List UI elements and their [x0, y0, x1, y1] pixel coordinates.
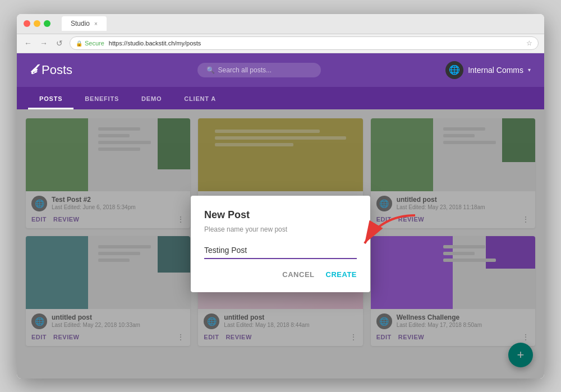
browser-tab[interactable]: Studio × [62, 16, 107, 31]
close-button[interactable] [24, 20, 30, 27]
search-placeholder: Search all posts... [218, 66, 272, 74]
tab-client-a[interactable]: CLIENT A [173, 90, 227, 109]
url-secure-label: Secure [85, 40, 104, 47]
red-arrow-indicator [359, 213, 421, 252]
maximize-button[interactable] [44, 20, 50, 27]
address-bar: ← → ↺ 🔒 Secure https://studio.backstit.c… [17, 34, 544, 53]
bookmark-icon[interactable]: ☆ [526, 39, 532, 47]
create-button[interactable]: CREATE [326, 270, 357, 279]
header-search: 🔍 Search all posts... [72, 63, 445, 77]
main-content: 🌐 Test Post #2 Last Edited: June 6, 2018… [17, 109, 544, 379]
app-content: 𝒷 Posts 🔍 Search all posts... 🌐 Internal… [17, 53, 544, 379]
modal-overlay: New Post Please name your new post CANCE… [17, 109, 544, 379]
minimize-button[interactable] [34, 20, 40, 27]
modal-title: New Post [204, 209, 357, 221]
new-post-modal: New Post Please name your new post CANCE… [191, 196, 370, 292]
cancel-button[interactable]: CANCEL [282, 270, 314, 279]
tab-posts[interactable]: POSTS [28, 90, 73, 109]
search-input[interactable]: 🔍 Search all posts... [197, 63, 321, 77]
title-bar: Studio × [17, 14, 544, 34]
modal-subtitle: Please name your new post [204, 225, 357, 233]
user-avatar: 🌐 [445, 61, 463, 79]
traffic-lights [24, 20, 50, 27]
lock-icon: 🔒 [76, 40, 82, 47]
header-user[interactable]: 🌐 Internal Comms ▾ [445, 61, 531, 79]
forward-button[interactable]: → [38, 39, 49, 48]
app-logo: 𝒷 Posts [30, 62, 72, 77]
modal-actions: CANCEL CREATE [204, 270, 357, 279]
tab-demo[interactable]: DEMO [130, 90, 173, 109]
tab-benefits[interactable]: BENEFITS [73, 90, 130, 109]
url-bar[interactable]: 🔒 Secure https://studio.backstit.ch/my/p… [70, 36, 539, 50]
tab-close-icon[interactable]: × [94, 21, 98, 27]
nav-tabs: POSTS BENEFITS DEMO CLIENT A [17, 87, 544, 109]
app-header: 𝒷 Posts 🔍 Search all posts... 🌐 Internal… [17, 53, 544, 87]
back-button[interactable]: ← [22, 39, 34, 48]
logo-icon: 𝒷 [30, 62, 36, 77]
dropdown-arrow-icon: ▾ [528, 67, 531, 73]
new-post-input[interactable] [204, 242, 357, 259]
tab-label: Studio [71, 20, 90, 27]
app-title: Posts [42, 63, 72, 77]
browser-window: Studio × ← → ↺ 🔒 Secure https://studio.b… [17, 14, 544, 379]
search-icon: 🔍 [206, 66, 215, 74]
user-name: Internal Comms [468, 66, 523, 75]
tab-bar: Studio × [62, 16, 537, 31]
url-text: https://studio.backstit.ch/my/posts [109, 40, 201, 47]
refresh-button[interactable]: ↺ [54, 39, 65, 48]
